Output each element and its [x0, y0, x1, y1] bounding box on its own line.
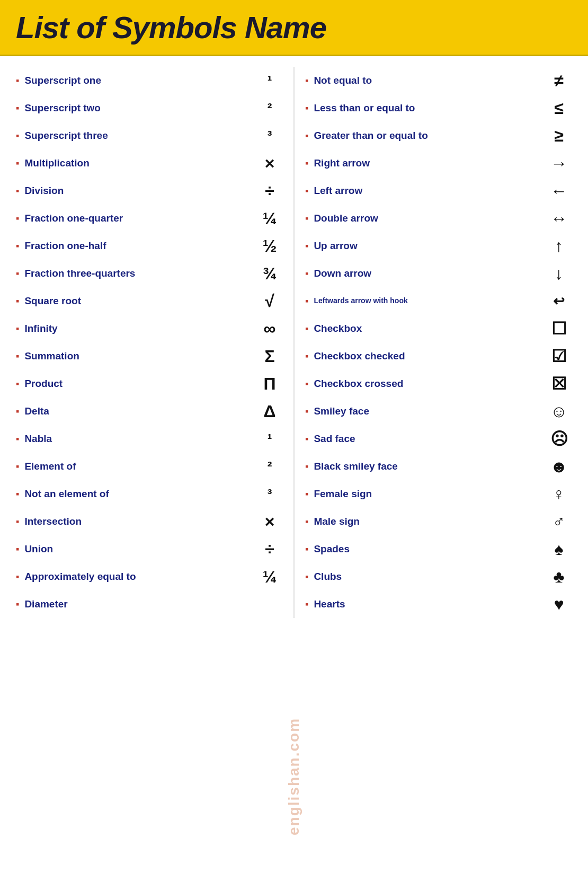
symbol-character: Δ	[256, 402, 283, 421]
symbol-character: ↩	[546, 293, 572, 310]
bullet-icon: ▪	[16, 462, 19, 471]
symbol-name: Square root	[24, 295, 256, 307]
symbol-name: Fraction three-quarters	[24, 267, 256, 280]
symbol-character: ¼	[256, 567, 283, 587]
symbol-character: ×	[256, 512, 283, 532]
list-item: ▪Element of²	[16, 453, 283, 480]
list-item: ▪Superscript one¹	[16, 67, 283, 94]
list-item: ▪Female sign♀	[305, 480, 572, 508]
symbol-character: ☐	[546, 319, 572, 339]
symbol-name: Male sign	[314, 515, 546, 528]
list-item: ▪Spades♠	[305, 535, 572, 563]
bullet-icon: ▪	[16, 407, 19, 416]
symbol-character: ²	[256, 100, 283, 117]
bullet-icon: ▪	[305, 407, 308, 416]
list-item: ▪Checkbox☐	[305, 315, 572, 342]
symbol-character: ¹	[256, 73, 283, 89]
list-item: ▪Fraction three-quarters¾	[16, 260, 283, 287]
symbol-name: Diameter	[24, 598, 256, 611]
symbol-name: Black smiley face	[314, 460, 546, 473]
symbol-name: Female sign	[314, 488, 546, 500]
list-item: ▪Approximately equal to¼	[16, 563, 283, 590]
symbol-character: ↑	[546, 236, 572, 256]
bullet-icon: ▪	[305, 517, 308, 526]
list-item: ▪Right arrow→	[305, 149, 572, 177]
symbol-name: Approximately equal to	[24, 570, 256, 583]
column-divider	[293, 67, 295, 618]
symbol-name: Clubs	[314, 570, 546, 583]
list-item: ▪Left arrow←	[305, 177, 572, 205]
left-column: ▪Superscript one¹▪Superscript two²▪Super…	[11, 67, 288, 618]
symbol-character: ³	[256, 486, 283, 502]
symbol-character: ←	[546, 181, 572, 201]
list-item: ▪Square root√	[16, 287, 283, 315]
symbol-name: Multiplication	[24, 157, 256, 170]
list-item: ▪Less than or equal to≤	[305, 94, 572, 122]
symbol-name: Spades	[314, 543, 546, 555]
symbol-character: ↓	[546, 264, 572, 284]
symbol-name: Delta	[24, 405, 256, 418]
list-item: ▪Superscript three³	[16, 122, 283, 149]
bullet-icon: ▪	[16, 489, 19, 499]
list-item: ▪Nabla¹	[16, 425, 283, 453]
symbol-name: Double arrow	[314, 212, 546, 225]
list-item: ▪Fraction one-quarter¼	[16, 205, 283, 232]
symbol-character: ≠	[546, 71, 572, 91]
symbol-name: Intersection	[24, 515, 256, 528]
symbol-name: Infinity	[24, 322, 256, 335]
symbol-character: ♥	[546, 595, 572, 614]
symbol-character: ☑	[546, 346, 572, 366]
symbol-character: ↔	[546, 209, 572, 228]
symbol-character: ½	[256, 236, 283, 256]
bullet-icon: ▪	[16, 599, 19, 609]
bullet-icon: ▪	[16, 131, 19, 140]
list-item: ▪Not equal to≠	[305, 67, 572, 94]
list-item: ▪Male sign♂	[305, 508, 572, 535]
symbol-name: Down arrow	[314, 267, 546, 280]
list-item: ▪ProductΠ	[16, 370, 283, 398]
bullet-icon: ▪	[16, 296, 19, 306]
symbol-character: ∞	[256, 319, 283, 339]
list-item: ▪Hearts♥	[305, 590, 572, 618]
symbol-name: Fraction one-quarter	[24, 212, 256, 225]
bullet-icon: ▪	[16, 241, 19, 251]
symbol-name: Up arrow	[314, 240, 546, 252]
symbol-name: Checkbox checked	[314, 350, 546, 363]
symbol-name: Division	[24, 184, 256, 197]
bullet-icon: ▪	[16, 351, 19, 361]
list-item: ▪Multiplication×	[16, 149, 283, 177]
symbol-character: →	[546, 154, 572, 173]
right-column: ▪Not equal to≠▪Less than or equal to≤▪Gr…	[300, 67, 577, 618]
bullet-icon: ▪	[305, 324, 308, 333]
symbol-name: Leftwards arrow with hook	[314, 296, 546, 306]
symbol-character: Σ	[256, 347, 283, 366]
symbol-name: Superscript two	[24, 102, 256, 114]
symbol-name: Hearts	[314, 598, 546, 611]
symbol-character: ☺	[546, 402, 572, 421]
list-item: ▪Greater than or equal to≥	[305, 122, 572, 149]
list-item: ▪Superscript two²	[16, 94, 283, 122]
symbol-name: Element of	[24, 460, 256, 473]
symbol-name: Nabla	[24, 433, 256, 445]
symbol-name: Superscript one	[24, 74, 256, 87]
bullet-icon: ▪	[16, 379, 19, 389]
list-item: ▪Diameter	[16, 590, 283, 618]
bullet-icon: ▪	[16, 572, 19, 581]
symbol-name: Not an element of	[24, 488, 256, 500]
list-item: ▪SummationΣ	[16, 342, 283, 370]
list-item: ▪Fraction one-half½	[16, 232, 283, 260]
bullet-icon: ▪	[16, 269, 19, 278]
bullet-icon: ▪	[16, 434, 19, 444]
list-item: ▪Not an element of³	[16, 480, 283, 508]
list-item: ▪Clubs♣	[305, 563, 572, 590]
symbol-name: Checkbox crossed	[314, 377, 546, 390]
bullet-icon: ▪	[305, 269, 308, 278]
list-item: ▪Up arrow↑	[305, 232, 572, 260]
bullet-icon: ▪	[305, 489, 308, 499]
list-item: ▪Leftwards arrow with hook↩	[305, 287, 572, 315]
bullet-icon: ▪	[16, 186, 19, 196]
bullet-icon: ▪	[16, 517, 19, 526]
list-item: ▪Double arrow↔	[305, 205, 572, 232]
bullet-icon: ▪	[305, 186, 308, 196]
symbol-name: Superscript three	[24, 129, 256, 142]
